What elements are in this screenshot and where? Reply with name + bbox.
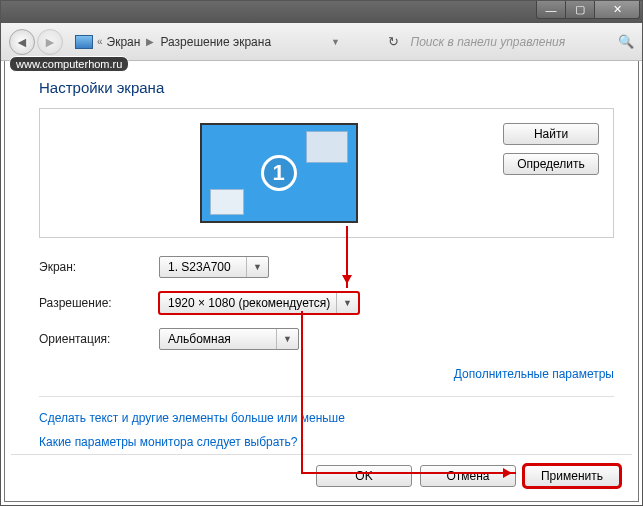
annotation-arrow-horizontal <box>301 472 516 474</box>
divider <box>39 396 614 397</box>
maximize-button[interactable]: ▢ <box>565 1 595 19</box>
orientation-label: Ориентация: <box>39 332 159 346</box>
find-button[interactable]: Найти <box>503 123 599 145</box>
which-monitor-link[interactable]: Какие параметры монитора следует выбрать… <box>39 435 614 449</box>
footer-buttons: OK Отмена Применить <box>11 454 632 497</box>
close-button[interactable]: ✕ <box>594 1 640 19</box>
chevron-down-icon: ▼ <box>336 293 354 313</box>
monitor-window-decor1 <box>306 131 348 163</box>
control-panel-icon <box>75 35 93 49</box>
monitor-preview-box: 1 Найти Определить <box>39 108 614 238</box>
apply-button[interactable]: Применить <box>524 465 620 487</box>
breadcrumb-chevron: « <box>97 36 103 47</box>
window: — ▢ ✕ ◄ ► « Экран ▶ Разрешение экрана ▼ … <box>0 0 643 506</box>
breadcrumb-dropdown-icon[interactable]: ▼ <box>331 37 340 47</box>
chevron-down-icon: ▼ <box>246 257 264 277</box>
monitor-thumbnail[interactable]: 1 <box>200 123 358 223</box>
forward-button[interactable]: ► <box>37 29 63 55</box>
screen-label: Экран: <box>39 260 159 274</box>
monitor-number-badge: 1 <box>261 155 297 191</box>
monitor-area: 1 <box>54 123 503 223</box>
resolution-dropdown[interactable]: 1920 × 1080 (рекомендуется) ▼ <box>159 292 359 314</box>
content-area: Настройки экрана 1 Найти Определить Экра… <box>1 61 642 469</box>
cancel-button[interactable]: Отмена <box>420 465 516 487</box>
chevron-down-icon: ▼ <box>276 329 294 349</box>
minimize-button[interactable]: — <box>536 1 566 19</box>
page-title: Настройки экрана <box>39 79 614 96</box>
monitor-window-decor2 <box>210 189 244 215</box>
orientation-row: Ориентация: Альбомная ▼ <box>39 328 614 350</box>
screen-value: 1. S23A700 <box>168 260 231 274</box>
resolution-label: Разрешение: <box>39 296 159 310</box>
watermark-label: www.computerhom.ru <box>9 56 129 72</box>
screen-dropdown[interactable]: 1. S23A700 ▼ <box>159 256 269 278</box>
annotation-arrow-vertical <box>346 226 348 288</box>
search-input[interactable]: Поиск в панели управления <box>411 35 581 49</box>
refresh-icon[interactable]: ↻ <box>388 34 399 49</box>
search-icon[interactable]: 🔍 <box>618 34 634 49</box>
chevron-right-icon: ▶ <box>146 36 154 47</box>
annotation-arrow-long <box>301 311 303 472</box>
screen-row: Экран: 1. S23A700 ▼ <box>39 256 614 278</box>
breadcrumb-item2[interactable]: Разрешение экрана <box>160 35 271 49</box>
orientation-value: Альбомная <box>168 332 231 346</box>
textsize-link[interactable]: Сделать текст и другие элементы больше и… <box>39 411 614 425</box>
orientation-dropdown[interactable]: Альбомная ▼ <box>159 328 299 350</box>
resolution-value: 1920 × 1080 (рекомендуется) <box>168 296 330 310</box>
advanced-link[interactable]: Дополнительные параметры <box>454 367 614 381</box>
detect-button[interactable]: Определить <box>503 153 599 175</box>
resolution-row: Разрешение: 1920 × 1080 (рекомендуется) … <box>39 292 614 314</box>
breadcrumb-item1[interactable]: Экран <box>107 35 141 49</box>
back-button[interactable]: ◄ <box>9 29 35 55</box>
ok-button[interactable]: OK <box>316 465 412 487</box>
breadcrumb[interactable]: « Экран ▶ Разрешение экрана <box>75 35 271 49</box>
titlebar: — ▢ ✕ <box>1 1 642 23</box>
